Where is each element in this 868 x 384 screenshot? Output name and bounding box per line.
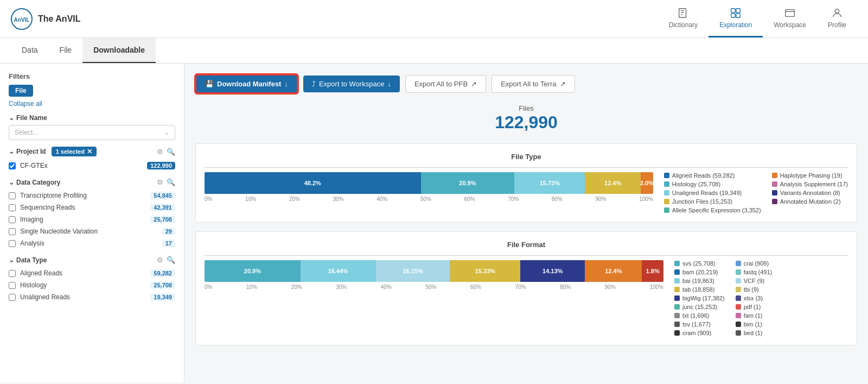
export-all-pfb-button[interactable]: Export All to PFB ↗ [405,75,486,93]
bar-segment: 16.15% [376,260,450,282]
checkbox-imaging[interactable] [9,216,16,223]
legend-dot [674,322,680,327]
export-icon: ⤴ [312,80,316,88]
stats-number: 122,990 [195,112,857,133]
legend-item: Aligned Reads (59,282) [664,172,761,179]
filter-section-projectid-actions: ⚙ 🔍 [157,148,175,156]
selected-tag: 1 selected ✕ [52,147,97,156]
search-icon[interactable]: 🔍 [167,148,175,156]
checkbox-sequencing[interactable] [9,204,16,211]
filter-tag-file[interactable]: File [9,85,33,97]
svg-point-12 [835,9,839,13]
legend-dot [674,313,680,318]
nav-dictionary[interactable]: Dictionary [658,0,709,37]
filter-item-analysis: Analysis 17 [9,237,175,249]
legend-dot [664,181,669,187]
legend-dot [664,173,669,178]
download-manifest-button[interactable]: 💾 Download Manifest ↓ [195,74,298,93]
export-to-workspace-button[interactable]: ⤴ Export to Workspace ↓ [303,75,400,92]
legend-dot [674,304,680,310]
legend-dot [772,190,777,196]
action-bar: 💾 Download Manifest ↓ ⤴ Export to Worksp… [195,74,857,93]
export-all-terra-button[interactable]: Export All to Terra ↗ [492,75,575,93]
external-link-icon: ↗ [471,80,477,88]
legend-dot [674,269,680,275]
legend-dot [736,322,741,327]
bar-segment: 48.2% [205,172,421,194]
legend-dot [674,295,680,301]
legend-item: svs (25,708) [674,260,725,267]
tab-downloadable[interactable]: Downloadable [82,38,156,63]
tab-file[interactable]: File [49,38,83,63]
file-type-legend: Aligned Reads (59,282)Histology (25,708)… [664,172,848,213]
checkbox-unaligned[interactable] [9,294,16,301]
main-layout: Filters File Collapse all ⌄ File Name Se… [0,64,868,382]
svg-rect-9 [736,14,740,17]
checkbox-snv[interactable] [9,228,16,235]
settings-icon[interactable]: ⚙ [157,178,163,186]
file-type-chart-title: File Type [205,153,848,161]
legend-dot [772,173,777,178]
download-arrow-icon: ↓ [284,80,288,88]
checkbox-analysis[interactable] [9,240,16,247]
filter-item-snv: Single Nucleotide Variation 29 [9,225,175,237]
file-type-legend-columns: Aligned Reads (59,282)Histology (25,708)… [664,172,848,213]
svg-rect-10 [786,10,795,17]
legend-dot [674,278,680,284]
bar-segment: 20.9% [421,172,515,194]
file-type-legend-col1: Aligned Reads (59,282)Histology (25,708)… [664,172,761,213]
settings-icon[interactable]: ⚙ [157,256,163,264]
download-arrow-icon2: ↓ [387,80,391,88]
bar-segment: 12.4% [585,260,642,282]
legend-dot [772,199,777,204]
filter-section-datacategory-title: ⌄ Data Category [9,179,60,186]
legend-item: Unaligned Reads (19,349) [664,190,761,196]
legend-dot [736,269,741,275]
collapse-all-link[interactable]: Collapse all [9,100,175,108]
legend-dot [736,304,741,310]
file-format-bar-area: 20.9%16.44%16.15%15.33%14.13%12.4%1.8% 0… [205,260,663,290]
checkbox-alignedreads[interactable] [9,270,16,277]
checkbox-histology[interactable] [9,282,16,289]
svg-rect-8 [731,14,735,17]
bar-segment: 15.73% [514,172,585,194]
filter-section-projectid-title: ⌄ Project Id 1 selected ✕ [9,147,97,156]
legend-item: junc (15,253) [674,304,725,310]
legend-item: xlsx (3) [736,295,773,301]
legend-dot [674,330,680,336]
nav-workspace[interactable]: Workspace [763,0,817,37]
filter-item-histology: Histology 25,708 [9,279,175,291]
legend-item: bim (1) [736,321,773,328]
legend-item: bai (19,863) [674,278,725,284]
tab-data[interactable]: Data [11,38,49,63]
legend-item: VCF (9) [736,278,773,284]
stats-label: Files [195,104,857,112]
bar-segment: 16.44% [301,260,376,282]
file-name-dropdown[interactable]: Select... ⌄ [9,125,175,140]
bar-segment: 1.8% [642,260,663,282]
download-icon: 💾 [205,80,214,88]
checkbox-transcriptome[interactable] [9,192,16,199]
search-icon[interactable]: 🔍 [167,178,175,186]
file-type-bar: 48.2%20.9%15.73%12.4%2.0% [205,172,653,194]
bar-segment: 20.9% [205,260,301,282]
legend-dot [674,261,680,266]
app-name: The AnVIL [38,14,81,24]
legend-dot [674,287,680,292]
legend-dot [736,295,741,301]
file-format-legend-col1: svs (25,708)bam (20,219)bai (19,863)tab … [674,260,725,336]
legend-dot [736,278,741,284]
search-icon[interactable]: 🔍 [167,256,175,264]
clear-projectid[interactable]: ✕ [87,148,92,155]
main-nav: Dictionary Exploration Workspace Profile [658,0,857,37]
filter-section-projectid: ⌄ Project Id 1 selected ✕ ⚙ 🔍 CF-GTEx [9,147,175,172]
logo-icon: AnVIL [11,8,33,30]
file-type-chart-area: 48.2%20.9%15.73%12.4%2.0% 0%10%20%30%40%… [205,172,848,213]
nav-profile[interactable]: Profile [817,0,857,37]
settings-icon[interactable]: ⚙ [157,148,163,156]
filter-item-unaligned: Unaligned Reads 19,349 [9,291,175,303]
project-checkbox-cfgtex[interactable] [9,162,16,169]
filter-section-datatype-header: ⌄ Data Type ⚙ 🔍 [9,256,175,264]
nav-exploration[interactable]: Exploration [709,0,763,37]
filter-item-transcriptome: Transcriptome Profiling 54,845 [9,190,175,202]
